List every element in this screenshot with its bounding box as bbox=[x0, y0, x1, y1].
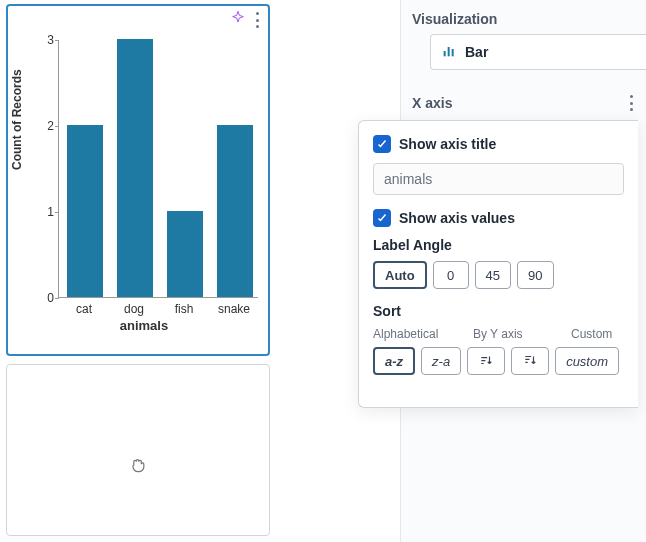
sort-group-alpha: Alphabetical bbox=[373, 327, 473, 341]
x-axis-header[interactable]: X axis bbox=[400, 88, 646, 118]
sort-custom-button[interactable]: custom bbox=[555, 347, 619, 375]
y-tick: 2 bbox=[34, 119, 54, 133]
sort-az-button[interactable]: a-z bbox=[373, 347, 415, 375]
angle-45-button[interactable]: 45 bbox=[475, 261, 511, 289]
more-icon[interactable] bbox=[256, 12, 260, 28]
sort-group-labels: Alphabetical By Y axis Custom bbox=[373, 327, 624, 341]
sort-y-asc-button[interactable] bbox=[467, 347, 505, 375]
show-axis-values-row[interactable]: Show axis values bbox=[373, 209, 624, 227]
visualization-select[interactable]: Bar bbox=[430, 34, 646, 70]
show-axis-title-checkbox[interactable] bbox=[373, 135, 391, 153]
x-tick: dog bbox=[110, 302, 158, 316]
bar-fish bbox=[167, 211, 203, 297]
grab-cursor-icon bbox=[128, 455, 148, 479]
show-axis-values-checkbox[interactable] bbox=[373, 209, 391, 227]
show-axis-title-row[interactable]: Show axis title bbox=[373, 135, 624, 153]
visualization-header[interactable]: Visualization bbox=[400, 4, 646, 34]
bar-snake bbox=[217, 125, 253, 297]
chart-card[interactable]: Count of Records 0 1 2 3 cat dog fish sn… bbox=[6, 4, 270, 356]
sort-za-button[interactable]: z-a bbox=[421, 347, 461, 375]
bar-dog bbox=[117, 39, 153, 297]
y-tick: 1 bbox=[34, 205, 54, 219]
label-angle-header: Label Angle bbox=[373, 237, 624, 253]
y-tick: 3 bbox=[34, 33, 54, 47]
svg-rect-0 bbox=[444, 51, 446, 56]
sort-y-desc-button[interactable] bbox=[511, 347, 549, 375]
angle-90-button[interactable]: 90 bbox=[517, 261, 553, 289]
sort-buttons: a-z z-a custom bbox=[373, 347, 624, 375]
sort-group-byy: By Y axis bbox=[473, 327, 571, 341]
plot-area bbox=[58, 40, 258, 298]
x-axis-label: animals bbox=[28, 318, 260, 333]
show-axis-values-label: Show axis values bbox=[399, 210, 515, 226]
assistant-icon[interactable] bbox=[230, 10, 246, 30]
visualization-header-label: Visualization bbox=[412, 11, 497, 27]
axis-title-input[interactable] bbox=[373, 163, 624, 195]
x-axis-header-label: X axis bbox=[412, 95, 452, 111]
x-axis-settings-panel: Show axis title Show axis values Label A… bbox=[358, 120, 638, 408]
x-tick: snake bbox=[210, 302, 258, 316]
sort-header: Sort bbox=[373, 303, 624, 319]
bar-chart-icon bbox=[441, 43, 457, 62]
chart-area: Count of Records 0 1 2 3 cat dog fish sn… bbox=[28, 40, 260, 320]
visualization-value: Bar bbox=[465, 44, 488, 60]
sort-group-custom: Custom bbox=[571, 327, 624, 341]
label-angle-group: Auto 0 45 90 bbox=[373, 261, 624, 289]
y-tick: 0 bbox=[34, 291, 54, 305]
svg-rect-1 bbox=[448, 47, 450, 56]
sort-asc-icon bbox=[478, 353, 494, 369]
show-axis-title-label: Show axis title bbox=[399, 136, 496, 152]
x-tick: fish bbox=[160, 302, 208, 316]
empty-card[interactable] bbox=[6, 364, 270, 536]
y-axis-label: Count of Records bbox=[10, 69, 24, 170]
angle-auto-button[interactable]: Auto bbox=[373, 261, 427, 289]
bar-cat bbox=[67, 125, 103, 297]
sort-desc-icon bbox=[522, 353, 538, 369]
chart-toolbar bbox=[230, 10, 260, 30]
more-icon[interactable] bbox=[630, 95, 634, 111]
x-tick: cat bbox=[60, 302, 108, 316]
svg-rect-2 bbox=[452, 49, 454, 56]
angle-0-button[interactable]: 0 bbox=[433, 261, 469, 289]
